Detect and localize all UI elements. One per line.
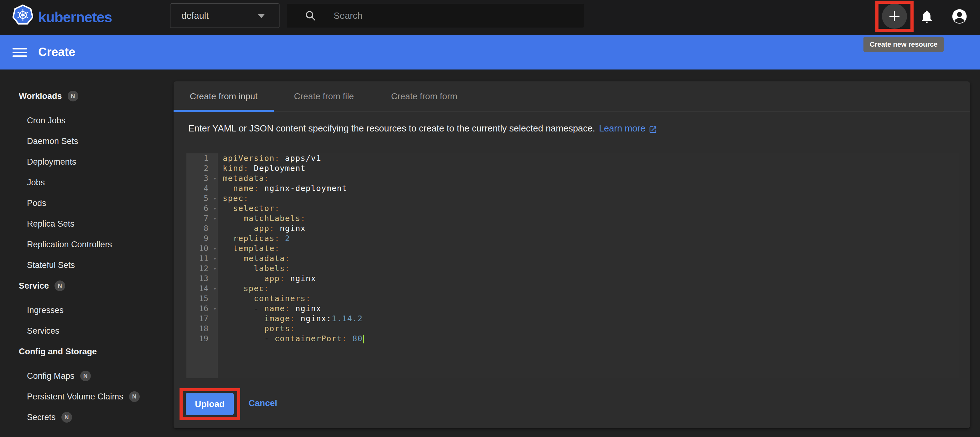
line-number: 19 <box>186 334 218 344</box>
code-token-punct: : <box>285 254 290 263</box>
code-line[interactable]: spec: <box>223 193 959 203</box>
sidebar: WorkloadsNCron JobsDaemon SetsDeployment… <box>0 86 173 428</box>
code-line[interactable]: selector: <box>223 203 959 214</box>
line-number: 8 <box>186 223 218 234</box>
line-number: 17 <box>186 314 218 324</box>
line-number: 14▾ <box>186 283 218 294</box>
line-number: 1 <box>186 154 218 163</box>
code-token-punct: : <box>290 324 296 333</box>
sidebar-item-pods[interactable]: Pods <box>0 193 173 214</box>
code-token-val <box>223 324 264 333</box>
editor-gutter: 123▾45▾6▾7▾8910▾11▾12▾1314▾1516▾171819 <box>186 154 218 378</box>
yaml-editor[interactable]: 123▾45▾6▾7▾8910▾11▾12▾1314▾1516▾171819 a… <box>186 154 959 378</box>
sidebar-item-jobs[interactable]: Jobs <box>0 172 173 193</box>
code-token-val: nginx-deployment <box>259 184 347 193</box>
code-line[interactable]: replicas: 2 <box>223 234 959 244</box>
new-badge: N <box>61 412 72 423</box>
code-line[interactable]: kind: Deployment <box>223 163 959 173</box>
notifications-bell-icon[interactable] <box>920 9 934 24</box>
line-number: 15 <box>186 294 218 304</box>
fold-arrow-icon[interactable]: ▾ <box>213 193 216 203</box>
code-token-punct: : <box>275 234 280 243</box>
brand-wordmark: kubernetes <box>38 9 112 26</box>
sidebar-item-deployments[interactable]: Deployments <box>0 152 173 172</box>
code-token-val <box>223 294 254 303</box>
code-token-key: matchLabels <box>243 214 301 223</box>
sidebar-item-stateful-sets[interactable]: Stateful Sets <box>0 255 173 276</box>
sidebar-label: Service <box>19 281 49 291</box>
namespace-select[interactable]: default <box>170 3 280 28</box>
sidebar-item-config-maps[interactable]: Config MapsN <box>0 366 173 386</box>
line-number: 18 <box>186 324 218 334</box>
sidebar-item-daemon-sets[interactable]: Daemon Sets <box>0 131 173 152</box>
sidebar-item-replica-sets[interactable]: Replica Sets <box>0 214 173 234</box>
sidebar-label: Pods <box>27 198 46 208</box>
line-number: 10▾ <box>186 244 218 253</box>
account-icon[interactable] <box>951 8 968 25</box>
code-line[interactable]: apiVersion: apps/v1 <box>223 154 959 163</box>
code-line[interactable]: app: nginx <box>223 274 959 283</box>
tab-create-from-input[interactable]: Create from input <box>173 81 274 111</box>
code-line[interactable]: image: nginx:1.14.2 <box>223 314 959 324</box>
fold-arrow-icon[interactable]: ▾ <box>213 253 216 264</box>
editor-code-area[interactable]: apiVersion: apps/v1kind: Deploymentmetad… <box>218 154 959 378</box>
code-line[interactable]: containers: <box>223 294 959 304</box>
code-token-key: containerPort <box>275 334 342 343</box>
code-token-val: - <box>223 334 275 343</box>
cancel-button[interactable]: Cancel <box>248 398 277 408</box>
code-line[interactable]: - name: nginx <box>223 304 959 314</box>
code-token-num: 2 <box>280 234 290 243</box>
menu-hamburger-icon[interactable] <box>13 48 27 57</box>
sidebar-section-workloads[interactable]: WorkloadsN <box>0 86 173 106</box>
code-token-num: 1.14.2 <box>332 314 363 323</box>
app-bar <box>0 35 980 70</box>
learn-more-link[interactable]: Learn more <box>599 124 645 134</box>
tab-bar: Create from input Create from file Creat… <box>173 81 970 112</box>
sidebar-item-replication-controllers[interactable]: Replication Controllers <box>0 234 173 255</box>
external-link-icon[interactable] <box>649 125 657 134</box>
code-token-punct: : <box>290 314 296 323</box>
sidebar-item-persistent-volume-claims[interactable]: Persistent Volume ClaimsN <box>0 386 173 407</box>
code-line[interactable]: template: <box>223 244 959 253</box>
code-line[interactable]: labels: <box>223 264 959 274</box>
code-line[interactable]: matchLabels: <box>223 214 959 223</box>
sidebar-item-secrets[interactable]: SecretsN <box>0 407 173 428</box>
code-token-val <box>223 244 233 253</box>
code-token-val: - <box>223 304 264 313</box>
kubernetes-dashboard: kubernetes default <box>0 0 980 437</box>
code-line[interactable]: - containerPort: 80 <box>223 334 959 344</box>
description-text: Enter YAML or JSON content specifying th… <box>188 124 595 134</box>
code-token-key: spec <box>223 194 243 203</box>
sidebar-section-config-and-storage[interactable]: Config and Storage <box>0 341 173 362</box>
line-number: 5▾ <box>186 193 218 203</box>
code-line[interactable]: ports: <box>223 324 959 334</box>
fold-arrow-icon[interactable]: ▾ <box>213 244 216 253</box>
fold-arrow-icon[interactable]: ▾ <box>213 214 216 223</box>
new-badge: N <box>68 91 78 101</box>
fold-arrow-icon[interactable]: ▾ <box>213 264 216 274</box>
code-line[interactable]: metadata: <box>223 173 959 184</box>
tab-create-from-file[interactable]: Create from file <box>274 81 374 111</box>
sidebar-label: Workloads <box>19 92 62 101</box>
search-input[interactable] <box>334 4 572 27</box>
sidebar-item-cron-jobs[interactable]: Cron Jobs <box>0 110 173 131</box>
new-badge: N <box>129 391 140 402</box>
code-line[interactable]: metadata: <box>223 253 959 264</box>
sidebar-label: Daemon Sets <box>27 136 78 146</box>
sidebar-item-ingresses[interactable]: Ingresses <box>0 300 173 321</box>
tab-create-from-form[interactable]: Create from form <box>374 81 474 111</box>
sidebar-section-service[interactable]: ServiceN <box>0 276 173 296</box>
code-line[interactable]: app: nginx <box>223 223 959 234</box>
fold-arrow-icon[interactable]: ▾ <box>213 173 216 184</box>
code-token-val <box>223 224 254 233</box>
code-line[interactable]: name: nginx-deployment <box>223 184 959 193</box>
sidebar-item-services[interactable]: Services <box>0 321 173 341</box>
code-line[interactable]: spec: <box>223 283 959 294</box>
code-token-key: selector <box>233 204 274 213</box>
sidebar-label: Config and Storage <box>19 347 97 356</box>
fold-arrow-icon[interactable]: ▾ <box>213 283 216 294</box>
code-token-val <box>223 254 243 263</box>
search-bar[interactable] <box>287 4 584 27</box>
fold-arrow-icon[interactable]: ▾ <box>213 203 216 214</box>
fold-arrow-icon[interactable]: ▾ <box>213 304 216 314</box>
